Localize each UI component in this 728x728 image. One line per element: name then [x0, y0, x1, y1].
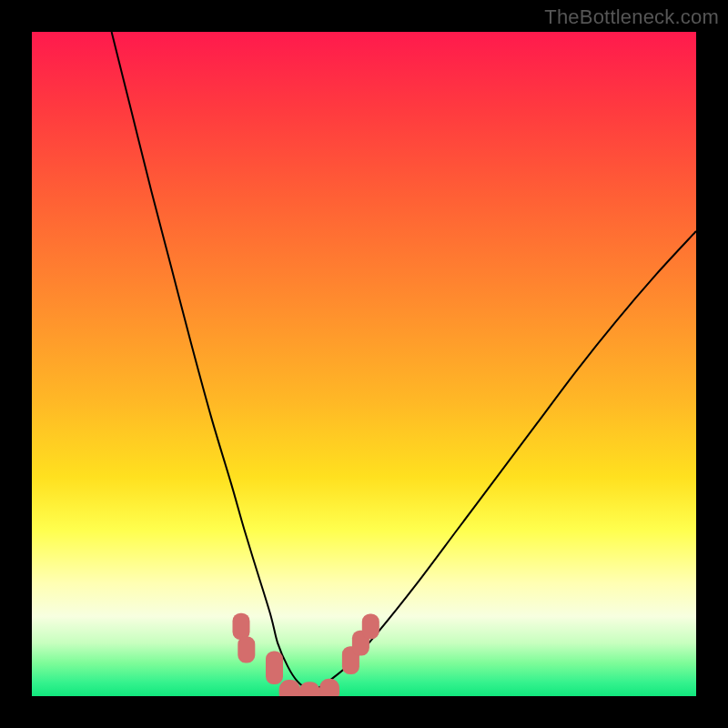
curve-marker: [299, 682, 320, 696]
bottleneck-curve-path: [112, 32, 696, 689]
chart-svg: [32, 32, 696, 696]
curve-marker: [233, 613, 250, 640]
plot-area: [32, 32, 696, 696]
curve-marker: [362, 614, 379, 640]
chart-frame: TheBottleneck.com: [0, 0, 728, 728]
curve-marker: [266, 651, 283, 684]
curve-marker: [238, 636, 255, 662]
marker-group: [233, 613, 379, 696]
curve-marker: [319, 679, 339, 696]
watermark-text: TheBottleneck.com: [544, 5, 719, 29]
